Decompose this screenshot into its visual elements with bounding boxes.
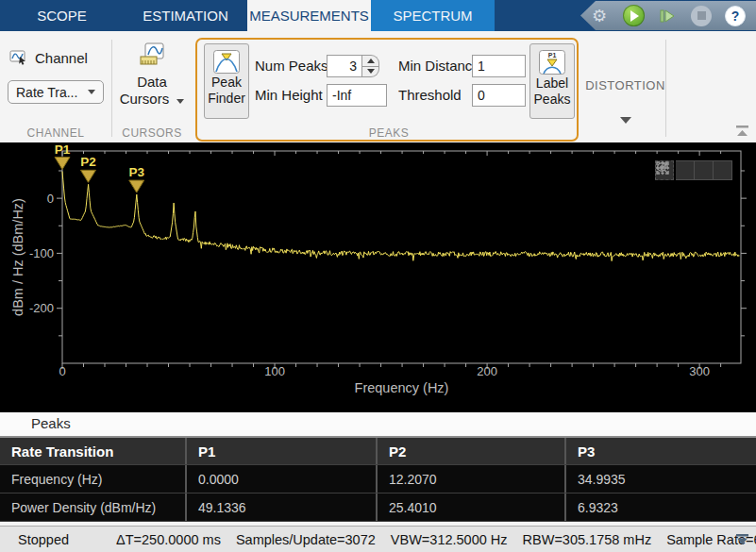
x-axis-label: Frequency (Hz) <box>355 380 449 395</box>
y-axis-label: dBm / Hz (dBm/Hz) <box>10 198 25 316</box>
tab-measurements[interactable]: MEASUREMENTS <box>247 0 371 31</box>
cell-value: 34.9935 <box>566 465 756 493</box>
x-tick-label: 300 <box>689 364 710 378</box>
peak-marker-label: P3 <box>128 165 144 179</box>
cursors-section-caption: CURSORS <box>111 126 193 140</box>
spectrum-analyzer-window: { "tabs": [ { "label": "SCOPE", "active"… <box>0 0 756 552</box>
label-peaks-label-line1: Label <box>536 75 568 92</box>
peak-finder-label-line1: Peak <box>211 75 242 91</box>
channel-section-caption: CHANNEL <box>0 126 111 140</box>
distortion-label: DISTORTION <box>585 78 665 92</box>
row-label: Frequency (Hz) <box>0 465 187 493</box>
section-divider <box>665 40 666 137</box>
collapse-panel-button[interactable] <box>734 533 750 546</box>
status-state: Stopped <box>18 532 69 547</box>
channel-dropdown[interactable]: Rate Tra... <box>8 80 104 104</box>
stop-button[interactable] <box>690 5 713 27</box>
channel-section: Channel Rate Tra... CHANNEL <box>0 31 111 142</box>
collapse-ribbon-icon <box>734 124 751 138</box>
tab-spectrum[interactable]: SPECTRUM <box>371 0 495 31</box>
table-header-p2: P2 <box>378 438 566 464</box>
label-peaks-icon: P1 <box>538 49 566 75</box>
peak-finder-button[interactable]: Peak Finder <box>204 43 249 119</box>
spin-up-button[interactable] <box>362 55 379 66</box>
collapse-panel-icon <box>734 533 750 546</box>
pan-button[interactable] <box>676 160 695 180</box>
table-row-power-density: Power Density (dBm/Hz) 49.1336 25.4010 6… <box>0 493 756 522</box>
channel-label: Channel <box>35 50 88 66</box>
peak-marker <box>55 157 70 169</box>
run-controls: ⚙ ? <box>580 1 756 30</box>
help-button[interactable]: ? <box>724 5 747 27</box>
table-header-p3: P3 <box>566 438 756 464</box>
help-icon: ? <box>725 6 746 26</box>
data-cursors-button[interactable]: Data Cursors <box>111 42 193 108</box>
y-tick-label: -100 <box>29 246 54 260</box>
axes-toolbar <box>655 160 732 180</box>
threshold-label: Threshold <box>398 84 462 107</box>
num-peaks-label: Num Peaks <box>255 55 328 77</box>
table-header-source: Rate Transition <box>0 438 187 464</box>
fit-view-button[interactable] <box>714 160 732 180</box>
peak-marker <box>80 170 95 182</box>
svg-text:P1: P1 <box>548 52 557 59</box>
tab-scope[interactable]: SCOPE <box>0 0 124 31</box>
status-samples-per-update: Samples/Update=3072 <box>236 532 376 547</box>
x-tick-label: 200 <box>477 364 497 378</box>
num-peaks-input[interactable]: 3 <box>327 55 362 77</box>
data-cursors-icon <box>140 42 165 68</box>
peaks-table: Rate Transition P1 P2 P3 Frequency (Hz) … <box>0 436 756 522</box>
min-distance-label: Min Distance <box>398 55 480 77</box>
peak-marker <box>129 180 144 192</box>
spectrum-plot[interactable]: 01002003000-100-200Frequency (Hz)dBm / H… <box>0 142 756 412</box>
peak-marker-label: P1 <box>55 142 71 156</box>
cell-value: 49.1336 <box>187 493 378 521</box>
cursors-section: Data Cursors CURSORS <box>111 31 193 142</box>
min-height-label: Min Height <box>255 84 323 107</box>
num-peaks-spinner <box>362 55 379 77</box>
peaks-section-caption: PEAKS <box>193 126 585 140</box>
row-label: Power Density (dBm/Hz) <box>0 493 187 521</box>
stop-icon <box>697 11 706 20</box>
table-header-p1: P1 <box>187 438 378 464</box>
spin-up-icon <box>367 59 375 63</box>
channel-icon <box>9 50 28 66</box>
y-tick-label: 0 <box>47 192 54 206</box>
tab-bar: SCOPE ESTIMATION MEASUREMENTS SPECTRUM ⚙… <box>0 0 756 31</box>
peaks-section: Peak Finder Num Peaks 3 Min Distance 1 M… <box>193 31 585 142</box>
label-peaks-button[interactable]: P1 Label Peaks <box>529 43 575 119</box>
distortion-dropdown[interactable]: DISTORTION <box>585 31 665 142</box>
cell-value: 0.0000 <box>187 465 378 493</box>
tab-estimation[interactable]: ESTIMATION <box>124 0 247 31</box>
threshold-input[interactable]: 0 <box>472 84 526 107</box>
spectrum-plot-canvas: 01002003000-100-200Frequency (Hz)dBm / H… <box>0 142 756 412</box>
x-tick-label: 0 <box>59 364 65 378</box>
spin-down-button[interactable] <box>362 66 379 78</box>
spin-down-icon <box>367 69 375 74</box>
status-delta-t: ΔT=250.0000 ms <box>116 532 221 547</box>
axes-box <box>62 151 741 363</box>
status-bar: Stopped ΔT=250.0000 ms Samples/Update=30… <box>0 526 756 552</box>
y-tick-label: -200 <box>29 301 54 315</box>
table-row-frequency: Frequency (Hz) 0.0000 12.2070 34.9935 <box>0 465 756 493</box>
cell-value: 25.4010 <box>378 493 566 521</box>
cell-value: 12.2070 <box>378 465 566 493</box>
x-tick-label: 100 <box>264 364 285 378</box>
simulation-settings-button[interactable]: ⚙ <box>588 5 611 27</box>
peak-marker-label: P2 <box>80 155 96 169</box>
zoom-in-button[interactable] <box>695 160 714 180</box>
channel-dropdown-value: Rate Tra... <box>16 85 77 100</box>
min-distance-input[interactable]: 1 <box>472 55 526 77</box>
status-vbw: VBW=312.5000 Hz <box>391 532 508 547</box>
min-height-input[interactable]: -Inf <box>327 84 387 107</box>
peaks-panel-title: Peaks <box>31 415 71 431</box>
ribbon-toolbar: Channel Rate Tra... CHANNEL Data Cursors… <box>0 31 756 142</box>
collapse-ribbon-button[interactable] <box>734 124 751 138</box>
run-button[interactable] <box>622 5 645 27</box>
data-cursors-label-line1: Data <box>111 74 193 91</box>
step-forward-button[interactable] <box>656 5 679 27</box>
cell-value: 6.9323 <box>566 493 756 521</box>
peaks-panel-header: Peaks <box>0 412 756 436</box>
play-icon <box>630 10 639 22</box>
step-forward-icon <box>658 7 677 25</box>
